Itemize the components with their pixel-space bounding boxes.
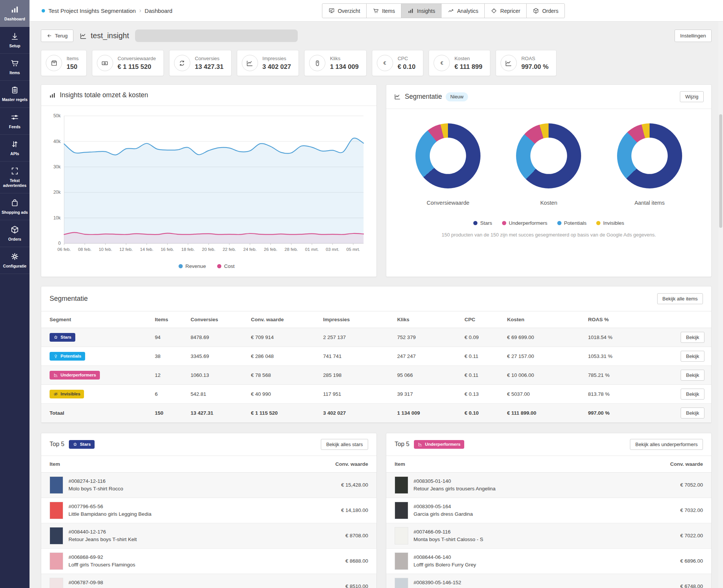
kpi-label: Conversies bbox=[195, 56, 224, 61]
cell-action: Bekijk bbox=[660, 328, 711, 347]
kpi-card-conversies: Conversies13 427.31 bbox=[169, 50, 232, 76]
cell-item: #007466-09-116Monta boys T-shirt Calosso… bbox=[386, 523, 620, 548]
sidebar-item-tekst-advertenties[interactable]: Tekst advertenties bbox=[0, 162, 30, 193]
back-button[interactable]: Terug bbox=[41, 30, 73, 42]
item-id: #008305-01-140 bbox=[414, 478, 496, 484]
item-id: #008390-05-146-152 bbox=[414, 580, 529, 585]
revenue-cost-panel-header: Insights totale omzet & kosten bbox=[41, 85, 376, 106]
top5-stars-header: Top 5 Stars Bekijk alles stars bbox=[41, 433, 376, 456]
view-all-stars-button[interactable]: Bekijk alles stars bbox=[321, 439, 368, 450]
svg-text:26 feb.: 26 feb. bbox=[264, 247, 277, 252]
sidebar-item-items[interactable]: Items bbox=[0, 54, 30, 81]
legend-item-potentials: Potentials bbox=[557, 220, 586, 226]
view-segment-button[interactable]: Bekijk bbox=[681, 408, 704, 418]
sidebar-item-feeds[interactable]: Feeds bbox=[0, 108, 30, 135]
top5-table-header-row: Item Conv. waarde bbox=[41, 456, 376, 472]
tab-items[interactable]: Items bbox=[366, 3, 401, 18]
product-thumbnail bbox=[50, 552, 63, 570]
cell-items: 6 bbox=[151, 384, 187, 403]
money-icon bbox=[101, 59, 109, 67]
sidebar-item-dashboard[interactable]: Dashboard bbox=[0, 0, 30, 27]
cell-conv-waarde: € 6748.00 bbox=[620, 574, 711, 588]
cell-item: #008440-12-176Retour Jeans boys T-shirt … bbox=[41, 523, 283, 548]
kpi-label: Items bbox=[67, 56, 79, 61]
sidebar-item-label: Feeds bbox=[9, 124, 20, 129]
brackets-icon bbox=[10, 166, 19, 176]
kpi-card-cpc: €CPC€ 0.10 bbox=[372, 50, 423, 76]
cell-cpc: € 0.10 bbox=[461, 403, 504, 422]
legend-item-cost: Cost bbox=[217, 263, 235, 269]
legend-label: Stars bbox=[480, 220, 492, 226]
legend-label: Potentials bbox=[564, 220, 586, 226]
cell-items: 94 bbox=[151, 328, 187, 347]
badge-label: Underperformers bbox=[425, 442, 460, 446]
sidebar-item-shopping-ads[interactable]: Shopping ads bbox=[0, 193, 30, 220]
refresh-icon bbox=[178, 59, 186, 67]
kpi-label: CPC bbox=[398, 56, 415, 61]
cell-cpc: € 0.11 bbox=[461, 347, 504, 366]
sidebar-item-orders[interactable]: Orders bbox=[0, 220, 30, 247]
top5-item-row: #006787-09-98Rumbl! girls T-shirt Lets A… bbox=[41, 574, 376, 588]
view-segment-button[interactable]: Bekijk bbox=[681, 351, 704, 362]
item-name: Lofff girls Bolero Furry Grey bbox=[414, 562, 476, 568]
svg-text:06 feb.: 06 feb. bbox=[58, 247, 71, 252]
sidebar-item-master-regels[interactable]: Master regels bbox=[0, 81, 30, 107]
edit-segmentation-button[interactable]: Wijzig bbox=[680, 91, 704, 102]
breadcrumb-project[interactable]: Test Project Insights Segmentation bbox=[48, 8, 136, 14]
chart-line-icon bbox=[394, 93, 401, 100]
legend-dot bbox=[596, 221, 600, 225]
bag-icon bbox=[10, 198, 19, 207]
cell-cpc: € 0.09 bbox=[461, 328, 504, 347]
column-roas: ROAS % bbox=[584, 311, 660, 328]
cell-item: #006787-09-98Rumbl! girls T-shirt Lets A… bbox=[41, 574, 283, 588]
column-conv-waarde: Conv. waarde bbox=[620, 456, 711, 472]
tab-overzicht[interactable]: Overzicht bbox=[322, 3, 367, 18]
cell-item: #008309-05-164Garcia girls dress Gardina bbox=[386, 498, 620, 523]
kpi-label: Kliks bbox=[330, 56, 359, 61]
tab-insights[interactable]: Insights bbox=[401, 3, 442, 18]
tab-label: Orders bbox=[542, 8, 558, 14]
sidebar-item-configuratie[interactable]: Configuratie bbox=[0, 247, 30, 274]
tab-analytics[interactable]: Analytics bbox=[441, 3, 485, 18]
star-icon bbox=[73, 442, 78, 447]
view-segment-button[interactable]: Bekijk bbox=[681, 332, 704, 343]
product-thumbnail bbox=[50, 578, 63, 588]
scrollbar-thumb[interactable] bbox=[719, 114, 722, 228]
breadcrumb-separator-icon: › bbox=[139, 7, 141, 14]
legend-item-revenue: Revenue bbox=[179, 263, 206, 269]
top5-underperformers-header: Top 5 Underperformers Bekijk alles under… bbox=[386, 433, 711, 456]
trend-icon bbox=[448, 8, 454, 14]
view-button-label: Bekijk bbox=[686, 334, 699, 340]
top5-underperformers-table: Item Conv. waarde #008305-01-140Retour J… bbox=[386, 456, 711, 588]
item-id: #008440-12-176 bbox=[68, 529, 137, 535]
panel-title: Segmentatie bbox=[50, 295, 88, 303]
view-all-underperformers-button[interactable]: Bekijk alles underperformers bbox=[630, 439, 703, 450]
svg-text:40k: 40k bbox=[53, 139, 61, 144]
bar-chart-icon bbox=[49, 92, 56, 99]
column-conv-waarde: Conv. waarde bbox=[283, 456, 376, 472]
column-segment: Segment bbox=[41, 311, 151, 328]
sidebar-item-apis[interactable]: APIs bbox=[0, 135, 30, 162]
view-all-items-button[interactable]: Bekijk alle items bbox=[657, 293, 703, 304]
settings-button[interactable]: Instellingen bbox=[675, 30, 712, 42]
item-id: #008274-12-116 bbox=[68, 478, 123, 484]
cell-action: Bekijk bbox=[660, 366, 711, 384]
column-item: Item bbox=[386, 456, 620, 472]
svg-text:14 feb.: 14 feb. bbox=[140, 247, 153, 252]
cell-action: Bekijk bbox=[660, 403, 711, 422]
tab-repricer[interactable]: Repricer bbox=[484, 3, 527, 18]
cell-item: #008274-12-116Molo boys T-shirt Rocco bbox=[41, 472, 283, 498]
top5-item-row: #006868-69-92Lofff girls Trousers Flamin… bbox=[41, 548, 376, 574]
cell-roas: 1053.31 % bbox=[584, 347, 660, 366]
arrows-icon bbox=[10, 140, 19, 149]
sidebar-item-setup[interactable]: Setup bbox=[0, 27, 30, 54]
revenue-cost-panel: Insights totale omzet & kosten 010k20k30… bbox=[41, 84, 377, 277]
mouse-icon bbox=[314, 59, 321, 67]
item-id: #007466-09-116 bbox=[414, 529, 483, 535]
gear-icon bbox=[10, 252, 19, 261]
view-segment-button[interactable]: Bekijk bbox=[681, 389, 704, 400]
svg-text:03 mrt.: 03 mrt. bbox=[326, 247, 339, 252]
cell-kosten: € 27 157.00 bbox=[503, 347, 584, 366]
tab-orders[interactable]: Orders bbox=[526, 3, 565, 18]
view-segment-button[interactable]: Bekijk bbox=[681, 370, 704, 381]
